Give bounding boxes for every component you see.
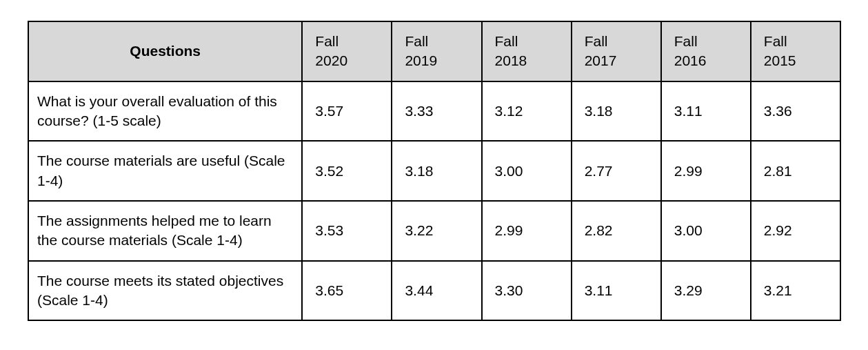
value-cell: 3.36 (751, 81, 840, 142)
table-row: The course meets its stated objectives (… (28, 261, 840, 321)
value-cell: 3.00 (482, 141, 572, 201)
value-cell: 3.44 (392, 261, 481, 321)
question-cell: The assignments helped me to learn the c… (28, 201, 302, 261)
header-fall-2017: Fall 2017 (572, 21, 661, 81)
header-questions: Questions (28, 21, 302, 81)
value-cell: 3.18 (572, 81, 661, 142)
header-year-line1: Fall (674, 33, 698, 49)
value-cell: 3.33 (392, 81, 481, 142)
header-fall-2020: Fall 2020 (302, 21, 392, 81)
header-year-line1: Fall (495, 33, 518, 49)
value-cell: 2.81 (751, 141, 840, 201)
value-cell: 2.82 (572, 201, 661, 261)
value-cell: 3.53 (302, 201, 392, 261)
header-year-line1: Fall (405, 33, 428, 49)
header-fall-2016: Fall 2016 (661, 21, 751, 81)
header-year-line2: 2017 (585, 52, 617, 68)
evaluation-table: Questions Fall 2020 Fall 2019 Fall 2018 … (28, 21, 841, 321)
table-row: The course materials are useful (Scale 1… (28, 141, 840, 201)
value-cell: 3.57 (302, 81, 392, 142)
header-year-line2: 2019 (405, 52, 437, 68)
value-cell: 3.65 (302, 261, 392, 321)
header-year-line2: 2015 (764, 52, 796, 68)
value-cell: 2.77 (572, 141, 661, 201)
value-cell: 2.99 (661, 141, 751, 201)
value-cell: 3.30 (482, 261, 572, 321)
table-row: The assignments helped me to learn the c… (28, 201, 840, 261)
header-year-line1: Fall (315, 33, 339, 49)
question-cell: The course meets its stated objectives (… (28, 261, 302, 321)
table-header-row: Questions Fall 2020 Fall 2019 Fall 2018 … (28, 21, 840, 81)
value-cell: 3.52 (302, 141, 392, 201)
value-cell: 3.29 (661, 261, 751, 321)
table-row: What is your overall evaluation of this … (28, 81, 840, 142)
header-year-line2: 2020 (315, 52, 347, 68)
value-cell: 3.12 (482, 81, 572, 142)
value-cell: 2.99 (482, 201, 572, 261)
value-cell: 3.18 (392, 141, 481, 201)
value-cell: 3.21 (751, 261, 840, 321)
header-fall-2019: Fall 2019 (392, 21, 481, 81)
header-year-line2: 2018 (495, 52, 527, 68)
value-cell: 3.00 (661, 201, 751, 261)
value-cell: 2.92 (751, 201, 840, 261)
header-year-line1: Fall (585, 33, 608, 49)
header-fall-2018: Fall 2018 (482, 21, 572, 81)
header-year-line1: Fall (764, 33, 787, 49)
question-cell: The course materials are useful (Scale 1… (28, 141, 302, 201)
header-fall-2015: Fall 2015 (751, 21, 840, 81)
value-cell: 3.11 (572, 261, 661, 321)
header-year-line2: 2016 (674, 52, 707, 68)
value-cell: 3.11 (661, 81, 751, 142)
question-cell: What is your overall evaluation of this … (28, 81, 302, 142)
value-cell: 3.22 (392, 201, 481, 261)
